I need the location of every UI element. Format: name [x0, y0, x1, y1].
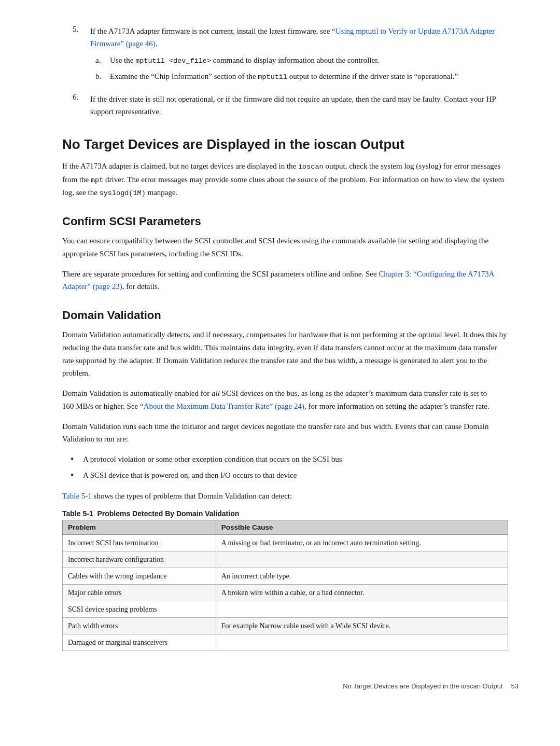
table-row: Cables with the wrong impedanceAn incorr… — [63, 568, 508, 585]
section1-para1: If the A7173A adapter is claimed, but no… — [62, 160, 508, 199]
bullet-item-1: A protocol violation or some other excep… — [71, 453, 508, 466]
sub-item-b-letter: b. — [95, 70, 105, 83]
content-area: 5. If the A7173A adapter firmware is not… — [62, 25, 508, 651]
cause-cell — [216, 551, 508, 568]
table-ref-para: Table 5-1 shows the types of problems th… — [62, 490, 508, 503]
table-row: Major cable errorsA broken wire within a… — [63, 585, 508, 601]
item-5-sublist: a. Use the mptutil <dev_file> command to… — [90, 54, 508, 82]
max-transfer-link[interactable]: About the Maximum Data Transfer Rate” (p… — [144, 402, 304, 410]
table-ref-link[interactable]: Table 5-1 — [62, 492, 92, 500]
section3-para2: Domain Validation is automatically enabl… — [62, 387, 508, 413]
table-header-row: Problem Possible Cause — [63, 520, 508, 535]
section3-para3: Domain Validation runs each time the ini… — [62, 420, 508, 446]
problem-cell: SCSI device spacing problems — [63, 601, 216, 618]
ioscan-code: ioscan — [298, 163, 324, 171]
problem-cell: Incorrect SCSI bus termination — [63, 535, 216, 551]
item-6-number: 6. — [73, 93, 84, 118]
cause-cell: An incorrect cable type. — [216, 568, 508, 585]
list-item-6: 6. If the driver state is still not oper… — [62, 93, 508, 118]
item-6-text: If the driver state is still not operati… — [90, 93, 508, 118]
cause-cell: A missing or bad terminator, or an incor… — [216, 535, 508, 551]
syslogd-code: syslogd(1M) — [100, 189, 146, 197]
cause-cell — [216, 634, 508, 651]
problem-cell: Path width errors — [63, 618, 216, 634]
table-row: SCSI device spacing problems — [63, 601, 508, 618]
top-numbered-list: 5. If the A7173A adapter firmware is not… — [62, 25, 508, 118]
problem-cell: Cables with the wrong impedance — [63, 568, 216, 585]
section1-heading: No Target Devices are Displayed in the i… — [62, 136, 508, 153]
table-row: Damaged or marginal transceivers — [63, 634, 508, 651]
chapter3-link[interactable]: Chapter 3: “Configuring the A7173A Adapt… — [62, 270, 494, 291]
section3-heading: Domain Validation — [62, 309, 508, 322]
cause-cell: A broken wire within a cable, or a bad c… — [216, 585, 508, 601]
problems-table: Problem Possible Cause Incorrect SCSI bu… — [62, 520, 508, 651]
bullet-1-text: A protocol violation or some other excep… — [83, 453, 342, 466]
sub-item-a-text: Use the mptutil <dev_file> command to di… — [110, 54, 379, 67]
item-5-number: 5. — [73, 25, 84, 86]
domain-validation-bullets: A protocol violation or some other excep… — [62, 453, 508, 482]
col-problem: Problem — [63, 520, 216, 535]
bullet-item-2: A SCSI device that is powered on, and th… — [71, 469, 508, 482]
page-number: 53 — [511, 682, 519, 690]
table-row: Path width errorsFor example Narrow cabl… — [63, 618, 508, 634]
all-italic: all — [212, 389, 220, 397]
page-footer: No Target Devices are Displayed in the i… — [52, 682, 519, 690]
sub-item-b: b. Examine the “Chip Information” sectio… — [90, 70, 508, 83]
table-caption: Table 5-1 Problems Detected By Domain Va… — [62, 509, 508, 518]
bullet-2-text: A SCSI device that is powered on, and th… — [83, 469, 297, 482]
section2-para1: You can ensure compatibility between the… — [62, 234, 508, 260]
item-5-text: If the A7173A adapter firmware is not cu… — [90, 25, 508, 86]
col-cause: Possible Cause — [216, 520, 508, 535]
table-row: Incorrect SCSI bus terminationA missing … — [63, 535, 508, 551]
footer-text: No Target Devices are Displayed in the i… — [52, 682, 511, 690]
section2-para2: There are separate procedures for settin… — [62, 268, 508, 294]
mptutil-code: mptutil <dev_file> — [135, 57, 211, 65]
section3-para1: Domain Validation automatically detects,… — [62, 328, 508, 380]
cause-cell — [216, 601, 508, 618]
firmware-link[interactable]: Using mptutil to Verify or Update A7173A… — [90, 27, 495, 48]
section2-heading: Confirm SCSI Parameters — [62, 215, 508, 228]
sub-item-a: a. Use the mptutil <dev_file> command to… — [90, 54, 508, 67]
problem-cell: Incorrect hardware configuration — [63, 551, 216, 568]
problem-cell: Major cable errors — [63, 585, 216, 601]
mpt-code: mpt — [91, 176, 103, 184]
sub-item-a-letter: a. — [95, 54, 105, 67]
sub-item-b-text: Examine the “Chip Information” section o… — [110, 70, 458, 83]
mptutil-code-2: mptutil — [258, 73, 287, 81]
problem-cell: Damaged or marginal transceivers — [63, 634, 216, 651]
list-item-5: 5. If the A7173A adapter firmware is not… — [62, 25, 508, 86]
table-row: Incorrect hardware configuration — [63, 551, 508, 568]
cause-cell: For example Narrow cable used with a Wid… — [216, 618, 508, 634]
